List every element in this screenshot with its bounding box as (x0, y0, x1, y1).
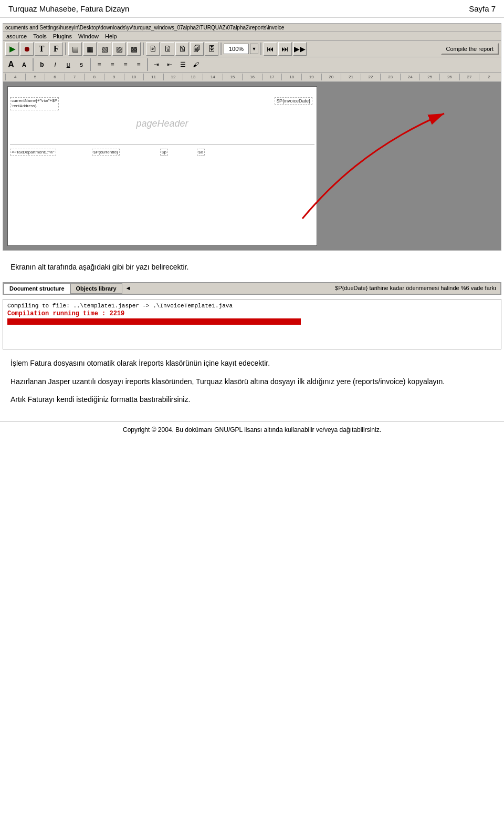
format-sep1 (33, 58, 34, 71)
compile-line-1: Compiling to file: ..\template1.jasper -… (7, 303, 497, 309)
ruler-mark: 5 (25, 74, 45, 80)
new-btn[interactable]: ▶ (5, 42, 19, 56)
menu-help[interactable]: Help (105, 33, 117, 39)
ruler-mark: 2 (479, 74, 499, 80)
description-text-1: Ekranın alt tarafında aşağıdaki gibi bir… (10, 263, 188, 271)
ruler-mark: 23 (380, 74, 400, 80)
underline-btn[interactable]: u (62, 59, 74, 70)
page-canvas: currentName}+"\n\n"+$P 'rentAddress} pag… (7, 86, 317, 246)
page-divider (10, 145, 314, 145)
align-center-btn[interactable]: ≡ (107, 59, 118, 70)
zoom-box: 100% ▼ (224, 44, 258, 54)
menu-window[interactable]: Window (78, 33, 99, 39)
ruler-mark: 7 (65, 74, 85, 80)
tab-document-structure[interactable]: Document structure (4, 283, 70, 294)
canvas-area: currentName}+"\n\n"+$P 'rentAddress} pag… (3, 82, 501, 250)
ruler-mark: 4 (5, 74, 25, 80)
align-justify-btn[interactable]: ≡ (133, 59, 144, 70)
compile-progress-bar (7, 318, 301, 325)
icon-btn4[interactable]: ▨ (112, 42, 126, 56)
toolbar-sep1 (65, 43, 66, 55)
page-title: Turquaz Muhasebe, Fatura Dizayn (8, 4, 129, 13)
align-right-btn[interactable]: ≡ (120, 59, 131, 70)
icon-btn6[interactable]: 🖹 (146, 42, 160, 56)
color-btn[interactable]: 🖌 (190, 59, 202, 70)
icon-btn5[interactable]: ▩ (127, 42, 141, 56)
app-titlebar: ocuments and Settings\huseyin\Desktop\do… (3, 24, 501, 32)
page-footer: Copyright © 2004. Bu dokümanı GNU/GPL li… (0, 421, 504, 438)
ruler-mark: 22 (361, 74, 381, 80)
ruler-mark: 18 (281, 74, 301, 80)
strikethrough-btn[interactable]: s (76, 59, 87, 70)
icon-btn2[interactable]: ▦ (83, 42, 97, 56)
f-btn[interactable]: F (49, 42, 63, 56)
ruler-mark: 26 (439, 74, 459, 80)
menu-plugins[interactable]: Plugins (53, 33, 72, 39)
description-text-4: Artık Faturayı kendi istediğiniz formatt… (10, 394, 494, 405)
nav-btn1[interactable]: ⏮ (264, 42, 277, 56)
ruler: 4 5 6 7 8 9 10 11 12 13 14 15 16 17 18 1… (3, 73, 501, 82)
app-menubar: asource Tools Plugins Window Help (3, 32, 501, 41)
compile-info: Compiling to file: ..\template1.jasper -… (3, 299, 501, 349)
text-after-panel: İşlem Fatura dosyasını otomatik olarak İ… (0, 352, 504, 410)
menu-datasource[interactable]: asource (6, 33, 27, 39)
list-btn[interactable]: ☰ (177, 59, 188, 70)
font-size-a-small[interactable]: A (18, 59, 30, 70)
indent-btn[interactable]: ⇥ (151, 59, 162, 70)
icon-btn9[interactable]: 🗐 (190, 42, 204, 56)
t-btn[interactable]: T (35, 42, 48, 56)
panel-content-text: $P{dueDate} tarihine kadar ödenmemesi ha… (331, 283, 500, 294)
zoom-input[interactable]: 100% (224, 44, 249, 54)
format-sep3 (147, 58, 148, 71)
ruler-mark: 10 (124, 74, 144, 80)
toolbar-sep4 (260, 43, 261, 55)
page-header-label: pageHeader (136, 118, 188, 129)
nav-btn2[interactable]: ⏭ (278, 42, 292, 56)
invoice-date-field: $P{invoiceDate} (275, 97, 312, 105)
ruler-mark: 20 (321, 74, 341, 80)
toolbar-sep2 (143, 43, 144, 55)
outdent-btn[interactable]: ⇤ (164, 59, 175, 70)
detail-field-2: $P{currentId} (92, 149, 120, 156)
menu-tools[interactable]: Tools (33, 33, 47, 39)
page-header: Turquaz Muhasebe, Fatura Dizayn Sayfa 7 (0, 0, 504, 18)
description-text-2: İşlem Fatura dosyasını otomatik olarak İ… (10, 357, 494, 369)
panel-area: Document structure Objects library ◄ $P{… (3, 282, 501, 295)
align-left-btn[interactable]: ≡ (93, 59, 105, 70)
nav-btn3[interactable]: ▶▶ (293, 42, 307, 56)
format-bar: A A b i u s ≡ ≡ ≡ ≡ ⇥ ⇤ ☰ 🖌 (3, 57, 501, 73)
italic-btn[interactable]: i (49, 59, 61, 70)
open-btn[interactable]: ⏺ (20, 42, 34, 56)
icon-btn1[interactable]: ▤ (68, 42, 82, 56)
ruler-mark: 27 (459, 74, 479, 80)
ruler-mark: 9 (104, 74, 124, 80)
ruler-mark: 17 (262, 74, 282, 80)
detail-field-3: $p (160, 149, 168, 156)
ruler-mark: 25 (419, 74, 439, 80)
icon-btn7[interactable]: 🖺 (161, 42, 174, 56)
font-size-a-large[interactable]: A (5, 59, 17, 70)
ruler-mark: 11 (143, 74, 163, 80)
page-number: Sayfa 7 (469, 4, 496, 13)
ruler-content: 4 5 6 7 8 9 10 11 12 13 14 15 16 17 18 1… (5, 74, 499, 80)
bold-btn[interactable]: b (36, 59, 48, 70)
ruler-mark: 16 (242, 74, 262, 80)
panel-tab-spacer (134, 283, 331, 294)
gray-right-area (317, 86, 497, 246)
ruler-mark: 15 (223, 74, 243, 80)
ruler-mark: 19 (301, 74, 321, 80)
icon-btn3[interactable]: ▧ (98, 42, 111, 56)
compile-empty-space (7, 326, 497, 347)
compile-button[interactable]: Compile the report (441, 43, 499, 55)
panel-arrow[interactable]: ◄ (122, 283, 134, 294)
ruler-mark: 12 (163, 74, 183, 80)
tab-objects-library[interactable]: Objects library (70, 283, 122, 294)
compile-time-line: Compilation running time : 2219 (7, 310, 497, 317)
ruler-mark: 21 (341, 74, 361, 80)
text-before-panel: Ekranın alt tarafında aşağıdaki gibi bir… (0, 256, 504, 278)
zoom-dropdown[interactable]: ▼ (250, 44, 258, 54)
icon-btn10[interactable]: 🗄 (205, 42, 218, 56)
ruler-mark: 14 (203, 74, 223, 80)
screenshot-area: ocuments and Settings\huseyin\Desktop\do… (3, 23, 501, 251)
icon-btn8[interactable]: 🖻 (175, 42, 189, 56)
